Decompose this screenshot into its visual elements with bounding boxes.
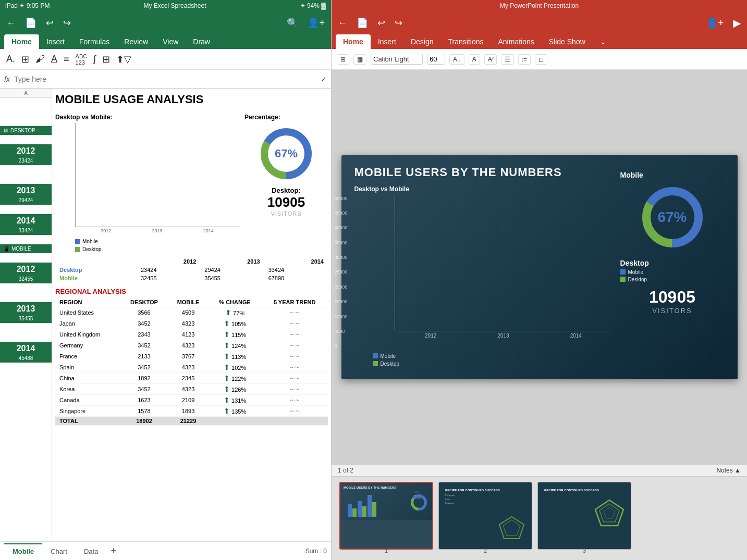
thumb-wrapper-2: RECIPE FOR CONTINUED SUCCESS Prosperity … bbox=[438, 482, 532, 544]
slide-chart-bars bbox=[395, 196, 613, 331]
region-change: ⬆ 115% bbox=[209, 329, 261, 340]
add-user-button[interactable]: 👤+ bbox=[305, 15, 327, 31]
slide-legend-desktop: Desktop bbox=[373, 361, 613, 367]
label-mobile: Mobile bbox=[55, 274, 137, 282]
font-selector[interactable]: Calibri Light bbox=[371, 54, 423, 65]
slide-chart-label: Desktop vs Mobile bbox=[354, 185, 613, 193]
formula-input[interactable] bbox=[14, 75, 316, 83]
ppt-tab-more[interactable]: ⌄ bbox=[593, 34, 614, 49]
tab-data[interactable]: Data bbox=[76, 543, 106, 558]
ppt-file-button[interactable]: 📄 bbox=[354, 15, 370, 31]
region-name: Canada bbox=[55, 395, 120, 406]
table-row: Canada 1623 2109 ⬆ 131% ～～ bbox=[55, 395, 328, 406]
ppt-user-button[interactable]: 👤+ bbox=[704, 15, 726, 31]
ppt-tab-design[interactable]: Design bbox=[403, 34, 441, 49]
table-icon[interactable]: ⊞ bbox=[102, 54, 110, 65]
underline-icon[interactable]: A bbox=[51, 54, 57, 65]
ppt-tab-home[interactable]: Home bbox=[336, 34, 371, 49]
tab-formulas[interactable]: Formulas bbox=[72, 34, 117, 49]
donut-chart: 67% bbox=[258, 125, 315, 182]
year-2012-desktop: 2012 bbox=[0, 144, 52, 158]
tab-insert[interactable]: Insert bbox=[39, 34, 72, 49]
thumb1-right: 67% 10905 VISITORS bbox=[406, 491, 429, 517]
undo-button[interactable]: ↩ bbox=[44, 15, 56, 31]
region-mobile: 4323 bbox=[168, 340, 209, 351]
thumb-wrapper-3: RECIPE FOR CONTINUED SUCCESS 3 bbox=[537, 482, 631, 544]
table-row: Japan 3452 4323 ⬆ 105% ～～ bbox=[55, 318, 328, 329]
slide-legend2-desktop: Desktop bbox=[620, 277, 647, 282]
year-2013-mobile: 2013 bbox=[0, 302, 52, 316]
format-button[interactable]: ◻ bbox=[535, 54, 547, 65]
bar-chart-label: Desktop vs Mobile: bbox=[55, 114, 239, 121]
ppt-undo-button[interactable]: ↩ bbox=[375, 15, 387, 31]
tab-view[interactable]: View bbox=[155, 34, 186, 49]
thumb-number-3: 3 bbox=[583, 547, 586, 554]
ppt-tab-transitions[interactable]: Transitions bbox=[441, 34, 491, 49]
donut-percentage: 67% bbox=[275, 147, 298, 160]
spacer-row4 bbox=[0, 205, 52, 214]
ppt-redo-button[interactable]: ↪ bbox=[393, 15, 405, 31]
redo-button[interactable]: ↪ bbox=[61, 15, 73, 31]
ppt-tab-animations[interactable]: Animations bbox=[491, 34, 541, 49]
mobile-2013: 35455 bbox=[200, 274, 264, 282]
font-style-button[interactable]: A∕ bbox=[484, 54, 497, 65]
svg-marker-10 bbox=[503, 520, 520, 536]
formula-check[interactable]: ✓ bbox=[321, 75, 327, 83]
section-button[interactable]: ▦ bbox=[353, 54, 366, 65]
tb1 bbox=[348, 504, 352, 517]
tab-chart[interactable]: Chart bbox=[42, 543, 76, 558]
regional-table-body: United States 3566 4509 ⬆ 77% ～～ Japan 3… bbox=[55, 307, 328, 426]
tab-home[interactable]: Home bbox=[4, 34, 39, 49]
slide-y-labels: 50000 45000 40000 35000 30000 25000 2000… bbox=[335, 196, 348, 349]
region-mobile: 4123 bbox=[168, 329, 209, 340]
ppt-tab-slideshow[interactable]: Slide Show bbox=[542, 34, 593, 49]
file-button[interactable]: 📄 bbox=[23, 15, 39, 31]
slide-layout-button[interactable]: ⊞ bbox=[337, 54, 349, 65]
slide-legend-desktop-dot bbox=[373, 361, 378, 366]
font-color-button[interactable]: A bbox=[469, 54, 480, 65]
align-icon[interactable]: ≡ bbox=[64, 54, 69, 65]
region-desktop: 3452 bbox=[120, 340, 168, 351]
add-sheet-button[interactable]: + bbox=[106, 545, 120, 556]
desktop-2014: 33424 bbox=[264, 266, 328, 274]
tab-review[interactable]: Review bbox=[117, 34, 155, 49]
formula-icon[interactable]: ∫ bbox=[93, 54, 96, 65]
font-size-selector[interactable]: 60 bbox=[427, 54, 445, 65]
mobile-2012: 32455 bbox=[137, 274, 200, 282]
ppt-panel: My PowerPoint Presentation ← 📄 ↩ ↪ 👤+ ▶ … bbox=[332, 0, 747, 560]
sum-display: Sum : 0 bbox=[305, 547, 327, 555]
slide-thumb-3[interactable]: RECIPE FOR CONTINUED SUCCESS bbox=[537, 482, 631, 550]
slide-thumb-2[interactable]: RECIPE FOR CONTINUED SUCCESS Prosperity … bbox=[438, 482, 532, 550]
bullet-list-button[interactable]: ☰ bbox=[501, 54, 514, 65]
font-icon[interactable]: A. bbox=[6, 54, 15, 65]
charts-section: Desktop vs Mobile: 50000 45000 40000 350… bbox=[55, 114, 328, 252]
region-desktop: 1623 bbox=[120, 395, 168, 406]
back-button[interactable]: ← bbox=[4, 16, 18, 31]
region-trend: ～～ bbox=[261, 307, 328, 318]
ppt-slide[interactable]: MOBILE USERS BY THE NUMBERS Desktop vs M… bbox=[341, 155, 738, 379]
abc-icon[interactable]: ABC123 bbox=[76, 53, 88, 66]
grid-icon[interactable]: ⊞ bbox=[21, 54, 29, 65]
region-name: France bbox=[55, 351, 120, 362]
slide-thumb-1[interactable]: MOBILE USERS BY THE NUMBERS bbox=[339, 482, 433, 550]
search-button[interactable]: 🔍 bbox=[285, 15, 300, 31]
tab-mobile[interactable]: Mobile bbox=[4, 543, 42, 558]
ppt-tab-insert[interactable]: Insert bbox=[371, 34, 403, 49]
ipad-status: iPad ✦ 9:05 PM bbox=[5, 2, 50, 9]
desktop-stat-value: 10905 bbox=[267, 194, 305, 210]
x-axis-labels: 2012 2013 2014 bbox=[75, 227, 239, 233]
paint-icon[interactable]: 🖌 bbox=[35, 54, 45, 65]
notes-toggle[interactable]: Notes ▲ bbox=[716, 467, 741, 474]
ppt-play-button[interactable]: ▶ bbox=[731, 15, 743, 31]
excel-main-layout: A 🖥 DESKTOP 2012 23424 2013 29424 2014 3… bbox=[0, 89, 331, 541]
slide-legend: Mobile Desktop bbox=[373, 353, 613, 367]
font-options-button[interactable]: A.. bbox=[449, 54, 464, 65]
filter-icon[interactable]: ⬆▽ bbox=[116, 54, 131, 65]
tab-draw[interactable]: Draw bbox=[186, 34, 217, 49]
ppt-back-button[interactable]: ← bbox=[336, 16, 349, 31]
numbered-list-button[interactable]: := bbox=[518, 54, 531, 65]
th-2013: 2013 bbox=[200, 257, 264, 266]
region-change: ⬆ 124% bbox=[209, 340, 261, 351]
regional-title: REGIONAL ANALYSIS bbox=[55, 288, 328, 295]
slide-legend-mobile: Mobile bbox=[373, 353, 613, 359]
